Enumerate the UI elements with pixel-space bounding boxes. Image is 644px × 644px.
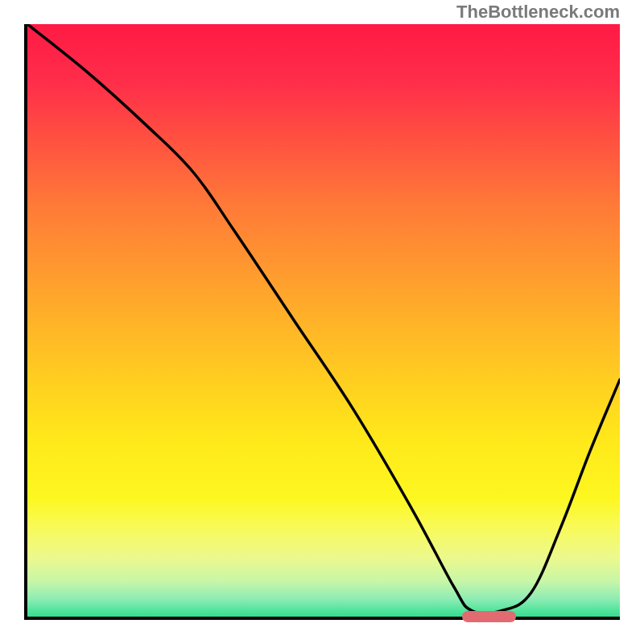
chart-curve-svg (27, 24, 620, 617)
optimal-range-marker (462, 611, 516, 622)
bottleneck-curve-line (27, 24, 620, 613)
chart-plot-area (24, 24, 620, 620)
watermark-text: TheBottleneck.com (456, 2, 620, 23)
